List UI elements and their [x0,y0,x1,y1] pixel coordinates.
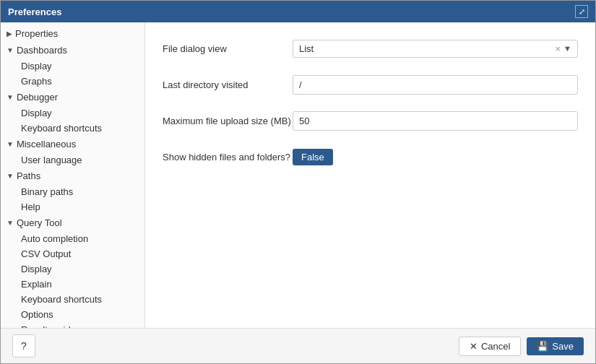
chevron-icon: ▼ [7,219,14,227]
select-file-dialog-view[interactable]: List × ▼ [293,40,578,58]
sidebar-group-label: Properties [15,28,58,39]
control-file-dialog-view: List × ▼ [293,40,578,58]
control-show-hidden: False [293,149,578,165]
sidebar-item-qt-display[interactable]: Display [1,261,144,277]
toggle-show-hidden[interactable]: False [293,149,333,165]
sidebar-item-qt-options[interactable]: Options [1,307,144,322]
window-title: Preferences [8,6,61,17]
select-value: List [299,43,553,54]
expand-button[interactable]: ⤢ [575,5,588,18]
chevron-icon: ▼ [7,93,14,101]
form-row-max-upload: Maximum file upload size (MB) [163,109,578,132]
sidebar-item-dashboards-display[interactable]: Display [1,58,144,74]
save-label: Save [552,341,574,352]
form-row-show-hidden: Show hidden files and folders? False [163,145,578,168]
sidebar-item-qt-results-grid[interactable]: Results grid [1,322,144,328]
chevron-icon: ▶ [7,30,12,38]
chevron-icon: ▼ [7,46,14,54]
sidebar-group-label: Miscellaneous [17,139,76,150]
sidebar-item-qt-csv-output[interactable]: CSV Output [1,246,144,261]
help-button[interactable]: ? [12,334,35,358]
control-last-directory [293,75,578,95]
content-area: File dialog view List × ▼ Last directory… [145,22,595,328]
sidebar-group-label: Dashboards [17,45,67,56]
cancel-label: Cancel [481,341,510,352]
main-content: ▶ Properties ▼ Dashboards Display Graphs… [1,22,595,328]
label-file-dialog-view: File dialog view [163,43,293,54]
sidebar-group-dashboards[interactable]: ▼ Dashboards [1,42,144,58]
titlebar: Preferences ⤢ [1,1,595,22]
preferences-window: Preferences ⤢ ▶ Properties ▼ Dashboards … [0,0,596,364]
input-last-directory[interactable] [293,75,578,95]
sidebar-item-dashboards-graphs[interactable]: Graphs [1,74,144,89]
sidebar-group-miscellaneous[interactable]: ▼ Miscellaneous [1,136,144,152]
sidebar-group-label: Paths [17,170,40,181]
label-last-directory: Last directory visited [163,79,293,90]
sidebar-group-properties[interactable]: ▶ Properties [1,25,144,42]
sidebar-item-debugger-display[interactable]: Display [1,105,144,121]
sidebar-item-qt-keyboard-shortcuts[interactable]: Keyboard shortcuts [1,292,144,307]
sidebar-item-qt-explain[interactable]: Explain [1,277,144,292]
sidebar-group-debugger[interactable]: ▼ Debugger [1,89,144,105]
footer-left: ? [12,334,35,358]
sidebar-item-qt-auto-completion[interactable]: Auto completion [1,231,144,246]
save-icon: 💾 [537,341,548,352]
footer: ? ✕ Cancel 💾 Save [1,328,595,363]
label-max-upload: Maximum file upload size (MB) [163,116,293,126]
sidebar-item-paths-binary-paths[interactable]: Binary paths [1,184,144,199]
cancel-button[interactable]: ✕ Cancel [459,337,521,356]
sidebar: ▶ Properties ▼ Dashboards Display Graphs… [1,22,145,328]
form-row-file-dialog-view: File dialog view List × ▼ [163,37,578,60]
chevron-down-icon: ▼ [563,44,571,53]
sidebar-item-debugger-keyboard-shortcuts[interactable]: Keyboard shortcuts [1,121,144,136]
sidebar-group-paths[interactable]: ▼ Paths [1,168,144,184]
sidebar-group-query-tool[interactable]: ▼ Query Tool [1,214,144,231]
input-max-upload[interactable] [293,111,578,131]
sidebar-group-label: Query Tool [17,217,62,228]
sidebar-item-paths-help[interactable]: Help [1,199,144,214]
form-row-last-directory: Last directory visited [163,73,578,96]
sidebar-item-misc-user-language[interactable]: User language [1,152,144,168]
control-max-upload [293,111,578,131]
label-show-hidden: Show hidden files and folders? [163,152,293,162]
chevron-icon: ▼ [7,172,14,180]
chevron-icon: ▼ [7,140,14,148]
select-clear-icon[interactable]: × [556,43,561,54]
sidebar-group-label: Debugger [17,92,58,103]
save-button[interactable]: 💾 Save [527,337,584,355]
cancel-icon: ✕ [470,341,478,352]
